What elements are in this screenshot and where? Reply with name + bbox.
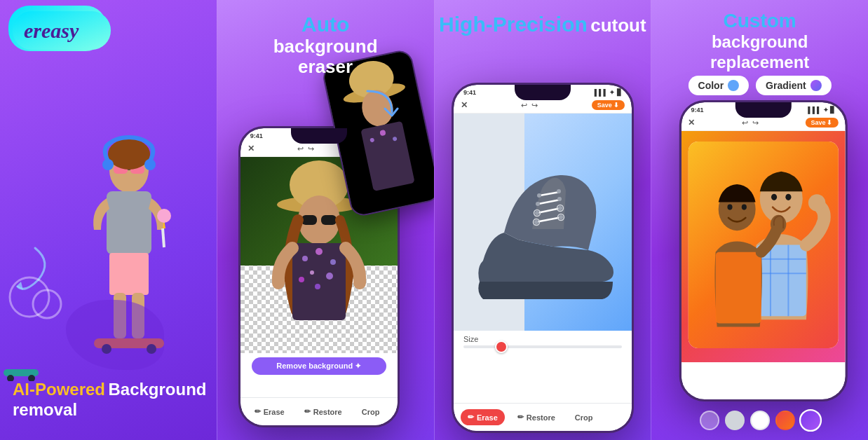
shoe-svg [462, 121, 623, 324]
undo-redo-4: ↩ ↪ [742, 118, 759, 128]
gradient-option-label: Gradient [766, 80, 806, 91]
svg-point-69 [808, 194, 825, 211]
time-display-2: 9:41 [250, 132, 263, 139]
swatch-red-orange[interactable] [775, 411, 795, 430]
undo-btn-2[interactable]: ↩ [297, 144, 304, 153]
svg-rect-9 [107, 191, 151, 254]
color-option-btn[interactable]: Color [689, 76, 750, 95]
shoe-illustration [462, 121, 623, 324]
svg-point-32 [330, 259, 336, 265]
phone-screen-4: 9:41 ▌▌▌ ✦ ▊ ✕ ↩ ↪ Save ⬇ [681, 102, 845, 399]
restore-tool-3[interactable]: ✏ Restore [510, 409, 562, 425]
color-dot [728, 80, 739, 91]
signal-icons-4: ▌▌▌ ✦ ▊ [808, 106, 835, 114]
svg-point-55 [537, 193, 541, 198]
color-option-label: Color [698, 80, 724, 91]
svg-point-67 [771, 194, 777, 200]
svg-rect-28 [321, 215, 337, 225]
svg-rect-15 [109, 253, 149, 295]
main-phone-3: 9:41 ▌▌▌ ✦ ▊ ✕ ↩ ↪ Save ⬇ [452, 83, 634, 433]
save-btn-4[interactable]: Save ⬇ [805, 118, 838, 128]
close-btn-4[interactable]: ✕ [688, 118, 695, 128]
svg-point-52 [558, 206, 562, 210]
logo-area: ereasy [13, 11, 111, 53]
panel-2: Auto backgrounderaser 9:41 ▌▌▌ ✦ ▊ ✕ ↩ ↪… [217, 0, 434, 440]
restore-tool-2[interactable]: ✏ Restore [297, 404, 349, 420]
people-photo-area [681, 131, 845, 362]
swatch-transparent[interactable] [700, 411, 719, 430]
phone-screen-3: 9:41 ▌▌▌ ✦ ▊ ✕ ↩ ↪ Save ⬇ [454, 85, 632, 431]
custom-label: Custom [724, 10, 796, 32]
cutout-label: cutout [590, 15, 646, 36]
undo-redo-3: ↩ ↪ [521, 101, 538, 110]
svg-point-54 [557, 197, 562, 201]
redo-btn-4[interactable]: ↪ [752, 118, 759, 128]
inner-gradient [688, 142, 838, 348]
swatch-purple-selected[interactable] [799, 409, 822, 432]
panel-1-bottom-text: AI-Powered Backgroundremoval [13, 380, 207, 420]
svg-point-2 [10, 277, 49, 317]
crop-tool-2[interactable]: Crop [355, 404, 387, 420]
size-thumb[interactable] [495, 341, 508, 353]
crop-tool-3[interactable]: Crop [568, 410, 600, 425]
save-btn-3[interactable]: Save ⬇ [592, 100, 625, 110]
svg-point-56 [557, 189, 561, 193]
svg-point-73 [741, 205, 746, 210]
toolbar-2: ✏ Erase ✏ Restore Crop [240, 397, 398, 425]
gradient-dot [811, 80, 822, 91]
svg-point-30 [302, 256, 308, 261]
svg-point-14 [157, 209, 171, 223]
ereasy-logo-svg: ereasy [13, 11, 111, 50]
svg-rect-71 [715, 252, 761, 324]
svg-point-8 [108, 139, 150, 170]
panel-1: ereasy [0, 0, 217, 440]
arrow-deco-2 [357, 84, 399, 129]
white-card-4 [688, 142, 838, 348]
panel-4: Custom backgroundreplacement Color Gradi… [651, 0, 868, 440]
shoe-photo-area [454, 114, 632, 331]
bg-replacement-label: backgroundreplacement [710, 32, 809, 71]
svg-line-12 [163, 228, 164, 247]
svg-point-33 [310, 270, 314, 275]
undo-btn-3[interactable]: ↩ [521, 101, 527, 110]
svg-point-36 [315, 284, 320, 289]
svg-point-34 [326, 273, 333, 280]
high-precision-label: High-Precision [439, 13, 588, 36]
panel-2-title: Auto backgrounderaser [273, 13, 378, 76]
phone-notch-2 [291, 128, 347, 144]
erase-tool-3[interactable]: ✏ Erase [461, 409, 505, 425]
remove-bg-section: Remove background ✦ [240, 353, 398, 379]
svg-point-10 [102, 159, 114, 170]
bg-options: Color Gradient [689, 76, 832, 95]
arrow-svg-2 [357, 84, 399, 126]
signal-icons-3: ▌▌▌ ✦ ▊ [595, 89, 622, 96]
svg-point-53 [536, 202, 540, 206]
panel-4-title: Custom backgroundreplacement [710, 10, 809, 73]
svg-point-72 [727, 205, 732, 210]
background-eraser-label: backgrounderaser [273, 36, 378, 76]
undo-btn-4[interactable]: ↩ [742, 118, 748, 128]
panel-3-title: High-Precision cutout [439, 13, 646, 36]
svg-point-51 [535, 211, 539, 215]
svg-rect-27 [301, 215, 317, 225]
swatch-white[interactable] [750, 411, 770, 430]
erase-tool-2[interactable]: ✏ Erase [247, 404, 292, 420]
size-track [463, 345, 622, 348]
svg-point-50 [559, 215, 563, 219]
panel-3: High-Precision cutout 9:41 ▌▌▌ ✦ ▊ ✕ ↩ ↪… [434, 0, 651, 440]
phone-notch-3 [515, 85, 571, 100]
swatch-gray[interactable] [725, 411, 745, 430]
close-btn-3[interactable]: ✕ [461, 100, 468, 110]
redo-btn-3[interactable]: ↪ [531, 101, 538, 110]
person-illustration [59, 132, 199, 370]
svg-point-31 [316, 248, 323, 255]
auto-label: Auto [273, 13, 378, 36]
phone-notch-4 [735, 102, 791, 118]
redo-btn-2[interactable]: ↪ [308, 144, 314, 153]
close-btn-2[interactable]: ✕ [247, 144, 255, 153]
remove-bg-btn-2[interactable]: Remove background ✦ [252, 357, 386, 375]
time-display-3: 9:41 [463, 89, 476, 96]
toolbar-3: ✏ Erase ✏ Restore Crop [454, 403, 632, 431]
svg-rect-21 [4, 369, 39, 376]
gradient-option-btn[interactable]: Gradient [756, 76, 832, 95]
